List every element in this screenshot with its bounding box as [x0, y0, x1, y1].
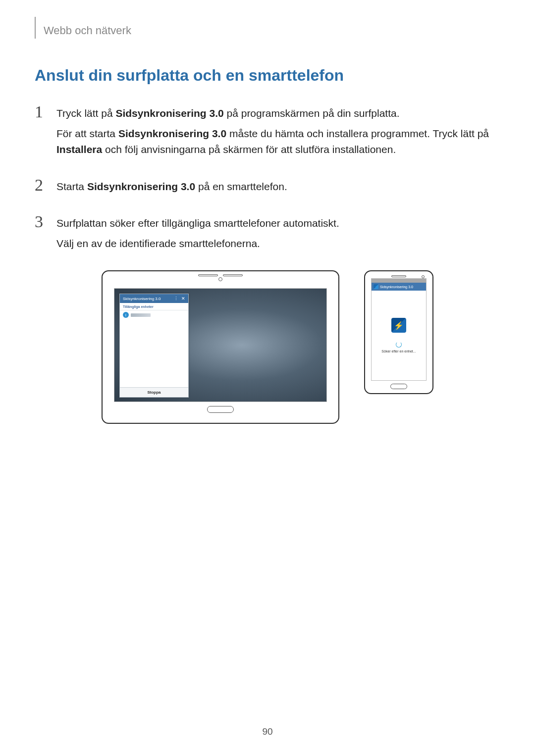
bold-text: Installera: [56, 144, 102, 155]
tablet-speaker-icon: [198, 274, 243, 276]
step-number: 3: [35, 213, 56, 230]
spinner-icon: [396, 342, 402, 348]
phone-status-bar: [372, 279, 426, 283]
tablet-illustration: Sidsynkronisering 3.0 ⋮ ✕ Tillängliga en…: [102, 270, 339, 424]
phone-body: ⚡ Söker efter en enhet...: [372, 291, 426, 380]
panel-title: Sidsynkronisering 3.0: [123, 297, 160, 301]
text: För att starta: [56, 128, 118, 139]
phone-search-text: Söker efter en enhet...: [381, 350, 416, 353]
phone-screen: Sidsynkronisering 3.0 ⚡ Söker efter en e…: [371, 278, 427, 381]
phone-app-header: Sidsynkronisering 3.0: [372, 283, 426, 291]
header-rule-icon: [35, 17, 36, 39]
sync-app-icon: ⚡: [391, 318, 406, 333]
text: på en smarttelefon.: [195, 181, 287, 192]
step-number: 2: [35, 177, 56, 194]
phone-home-button-icon: [390, 384, 407, 389]
step-3: 3 Surfplattan söker efter tillgängliga s…: [35, 213, 500, 255]
phone-app-title: Sidsynkronisering 3.0: [380, 285, 413, 289]
tablet-home-button-icon: [207, 406, 234, 413]
tablet-screen: Sidsynkronisering 3.0 ⋮ ✕ Tillängliga en…: [114, 288, 327, 402]
breadcrumb: Webb och nätverk: [44, 24, 131, 37]
tablet-side-panel: Sidsynkronisering 3.0 ⋮ ✕ Tillängliga en…: [119, 294, 189, 398]
header-region: Webb och nätverk: [35, 20, 500, 42]
step-body: Tryck lätt på Sidsynkronisering 3.0 på p…: [56, 103, 500, 162]
menu-icon[interactable]: ⋮: [174, 297, 178, 301]
text: på programskärmen på din surfplatta.: [224, 107, 400, 119]
text: Välj en av de identifierade smarttelefon…: [56, 236, 500, 252]
step-body: Starta Sidsynkronisering 3.0 på en smart…: [56, 177, 500, 199]
stop-button[interactable]: Stoppa: [120, 387, 188, 397]
bold-text: Sidsynkronisering 3.0: [118, 128, 226, 139]
phone-app-icon-small: [374, 284, 378, 289]
device-icon: i: [123, 312, 129, 318]
text: Tryck lätt på: [56, 107, 115, 119]
text: Surfplattan söker efter tillgängliga sma…: [56, 215, 500, 232]
device-name-blurred: [131, 313, 151, 317]
phone-search-status: Söker efter en enhet...: [381, 342, 416, 353]
tablet-camera-icon: [218, 277, 222, 281]
text: måste du hämta och installera programmet…: [226, 128, 489, 139]
phone-illustration: Sidsynkronisering 3.0 ⚡ Söker efter en e…: [364, 270, 433, 394]
text: och följ anvisningarna på skärmen för at…: [102, 144, 396, 155]
step-number: 1: [35, 103, 56, 120]
step-body: Surfplattan söker efter tillgängliga sma…: [56, 213, 500, 255]
bold-text: Sidsynkronisering 3.0: [115, 107, 223, 119]
close-icon[interactable]: ✕: [181, 297, 185, 301]
page-number: 90: [0, 726, 535, 737]
text: Starta: [56, 181, 87, 192]
section-title: Anslut din surfplatta och en smarttelefo…: [35, 66, 500, 85]
panel-header: Sidsynkronisering 3.0 ⋮ ✕: [120, 294, 188, 303]
step-2: 2 Starta Sidsynkronisering 3.0 på en sma…: [35, 177, 500, 199]
device-list-item[interactable]: i: [120, 310, 188, 319]
illustration-row: Sidsynkronisering 3.0 ⋮ ✕ Tillängliga en…: [35, 270, 500, 424]
panel-subtitle: Tillängliga enheter: [120, 303, 188, 310]
phone-speaker-icon: [391, 275, 406, 277]
step-1: 1 Tryck lätt på Sidsynkronisering 3.0 på…: [35, 103, 500, 162]
bold-text: Sidsynkronisering 3.0: [87, 181, 195, 192]
